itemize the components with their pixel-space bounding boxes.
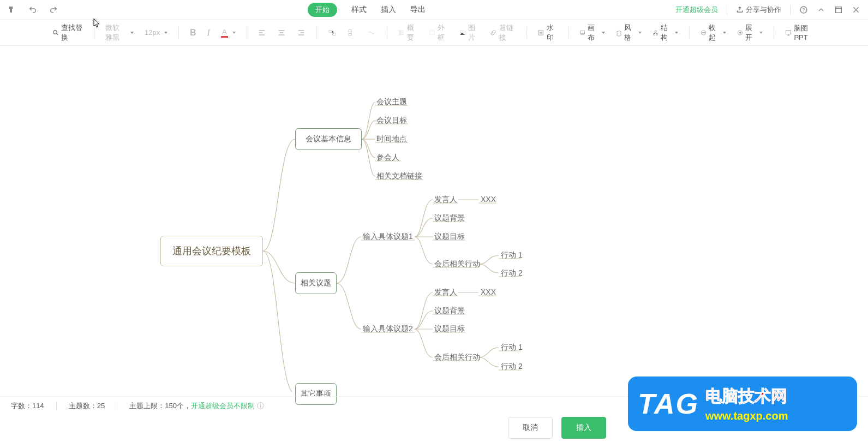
svg-rect-15 [655,30,656,31]
format-painter-icon[interactable] [8,5,16,14]
find-replace-button[interactable]: 查找替换 [49,21,86,45]
svg-rect-17 [656,33,658,34]
outline-button[interactable]: 概要 [395,21,421,45]
leaf-t2-speaker-name[interactable]: XXX [481,288,496,296]
ppt-button[interactable]: 脑图PPT [782,21,819,44]
collapse-button[interactable]: 收起 [697,21,729,45]
bold-button[interactable]: B [187,26,200,40]
svg-rect-14 [580,31,584,34]
leaf-time-location[interactable]: 时间地点 [376,134,407,144]
leaf-t1-background[interactable]: 议题背景 [434,213,465,223]
font-select[interactable]: 微软雅黑 [102,21,137,45]
tab-style[interactable]: 样式 [351,5,367,15]
status-topics: 主题数：25 [69,401,105,411]
leaf-topic2[interactable]: 输入具体议题2 [363,324,413,334]
separator [56,402,57,410]
share-link[interactable]: 分享与协作 [736,5,781,15]
leaf-t2-goal[interactable]: 议题目标 [434,324,465,334]
leaf-meeting-goal[interactable]: 会议目标 [376,116,407,126]
separator [790,5,791,15]
svg-point-3 [53,30,57,33]
status-words: 字数：114 [11,401,44,411]
frame-button[interactable]: 外框 [426,21,452,45]
collapse-up-icon[interactable] [817,5,825,14]
collapse-label: 收起 [709,23,719,43]
separator [247,27,247,39]
link-button[interactable]: 超链接 [487,21,518,45]
svg-rect-7 [349,33,351,35]
image-label: 图片 [468,23,479,43]
font-size-select[interactable]: 12px [141,26,171,39]
watermark-button[interactable]: 国水印 [534,21,560,45]
canvas-button[interactable]: 画布 [576,21,608,45]
help-hint-icon[interactable]: ⓘ [257,402,264,410]
node-add-child-icon[interactable] [325,26,340,39]
separator [94,27,94,39]
insert-button[interactable]: 插入 [561,417,606,439]
leaf-t1-action2[interactable]: 行动 2 [501,268,523,278]
node-relation-icon[interactable] [364,26,379,39]
separator [727,5,727,15]
watermark-badge: TAG 电脑技术网 www.tagxp.com [628,377,857,431]
separator [117,402,117,410]
font-color-button[interactable]: A [218,26,239,40]
separator [178,27,179,39]
image-button[interactable]: 图片 [456,21,482,45]
italic-button[interactable]: I [204,26,213,40]
node-add-sibling-icon[interactable] [344,26,360,39]
cancel-button[interactable]: 取消 [508,417,553,439]
leaf-meeting-subject[interactable]: 会议主题 [376,97,407,107]
align-left-icon[interactable] [254,26,270,39]
expand-button[interactable]: 展开 [734,21,766,45]
expand-label: 展开 [745,23,755,43]
leaf-t2-actions[interactable]: 会后相关行动 [434,353,480,362]
canvas-label: 画布 [588,23,597,43]
svg-rect-6 [349,29,351,32]
leaf-t1-speaker-name[interactable]: XXX [481,195,496,204]
align-center-icon[interactable] [274,26,289,39]
help-icon[interactable]: ? [799,5,808,14]
separator [316,27,317,39]
leaf-doc-links[interactable]: 相关文档链接 [376,171,422,181]
vip-link[interactable]: 开通超级会员 [675,5,718,15]
mindmap-root[interactable]: 通用会议纪要模板 [160,236,263,266]
separator [689,27,690,39]
separator [568,27,568,39]
outline-label: 概要 [407,23,418,43]
align-right-icon[interactable] [294,26,309,39]
leaf-t2-action1[interactable]: 行动 1 [501,343,523,353]
vip-unlimited-link[interactable]: 开通超级会员不限制 [191,402,255,410]
undo-icon[interactable] [28,5,37,14]
leaf-t2-background[interactable]: 议题背景 [434,306,465,316]
fullscreen-icon[interactable] [834,5,843,14]
leaf-t1-speaker[interactable]: 发言人 [434,195,457,205]
structure-button[interactable]: 结构 [649,21,681,45]
theme-button[interactable]: 风格 [613,21,645,45]
close-icon[interactable] [852,5,860,14]
separator [387,27,387,39]
tab-insert[interactable]: 插入 [381,5,396,15]
svg-rect-16 [654,33,655,34]
tab-export[interactable]: 导出 [410,5,426,15]
leaf-t1-goal[interactable]: 议题目标 [434,232,465,242]
svg-text:?: ? [803,7,805,13]
leaf-t2-action2[interactable]: 行动 2 [501,362,523,372]
leaf-t1-actions[interactable]: 会后相关行动 [434,259,480,269]
mindmap-branch-topics[interactable]: 相关议题 [295,272,337,294]
svg-rect-8 [399,30,400,34]
frame-label: 外框 [438,23,448,43]
watermark-tag-text: TAG [638,387,699,420]
mindmap-canvas[interactable]: 通用会议纪要模板 会议基本信息 相关议题 其它事项 会议主题 会议目标 时间地点… [0,46,868,392]
leaf-t2-speaker[interactable]: 发言人 [434,288,457,297]
leaf-topic1[interactable]: 输入具体议题1 [363,232,413,242]
tab-start[interactable]: 开始 [308,3,337,17]
status-limit: 主题上限：150个，开通超级会员不限制 ⓘ [129,401,264,411]
share-label: 分享与协作 [746,5,781,15]
leaf-attendee[interactable]: 参会人 [376,153,399,163]
watermark-label: 水印 [547,23,558,43]
redo-icon[interactable] [49,5,58,14]
watermark-url: www.tagxp.com [705,410,788,422]
cursor-icon [93,18,101,28]
mindmap-branch-basic-info[interactable]: 会议基本信息 [295,128,362,150]
leaf-t1-action1[interactable]: 行动 1 [501,250,523,260]
